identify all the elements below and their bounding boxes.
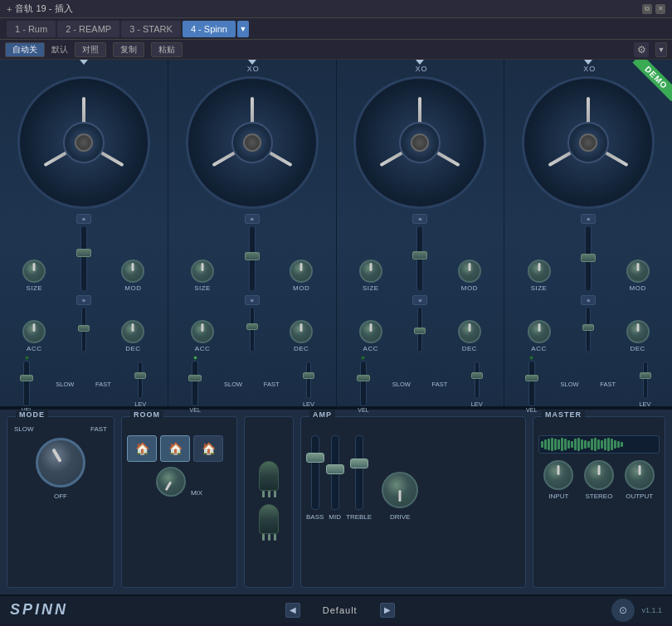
deck4-fader-track[interactable]	[585, 226, 592, 292]
deck1-controls: SIZE ≡ MOD AC	[3, 209, 164, 418]
master-output-group: OUTPUT	[625, 460, 655, 500]
deck1-acc-group: ACC	[22, 320, 46, 352]
deck1-acc-knob[interactable]	[22, 320, 46, 343]
deck3-mod-knob[interactable]	[458, 260, 481, 283]
tab-1-rum[interactable]: 1 - Rum	[7, 21, 56, 37]
deck2-mini-track[interactable]	[250, 307, 255, 352]
master-stereo-knob[interactable]	[584, 460, 614, 490]
settings-dropdown[interactable]: ▼	[655, 42, 667, 57]
deck2-fader-track[interactable]	[249, 226, 256, 292]
deck4-xo: XO	[580, 65, 599, 73]
deck1-reel	[17, 76, 150, 209]
deck4-mini-btn[interactable]: ≡	[581, 295, 596, 305]
amp-treble-fader[interactable]	[355, 435, 363, 510]
deck3-mini-track[interactable]	[417, 307, 422, 352]
mode-knob[interactable]	[36, 438, 85, 488]
master-input-group: INPUT	[543, 460, 573, 500]
auto-off-btn[interactable]: 自动关	[5, 42, 45, 57]
deck3-size-knob[interactable]	[359, 260, 382, 283]
deck1-lev-fader[interactable]	[138, 362, 143, 399]
deck2-vel-led	[193, 356, 197, 360]
deck4-dec-group: DEC	[626, 320, 650, 352]
deck3-fader-thumb[interactable]	[412, 251, 427, 260]
amp-mid-fader[interactable]	[331, 435, 339, 510]
master-output-knob[interactable]	[625, 460, 655, 490]
deck2-size-knob[interactable]	[191, 260, 214, 283]
deck1-mini-thumb[interactable]	[78, 325, 90, 332]
compare-btn[interactable]: 对照	[75, 42, 106, 57]
master-input-knob[interactable]	[543, 460, 573, 490]
deck2-dec-group: DEC	[290, 320, 313, 352]
deck4-mini-thumb[interactable]	[582, 324, 594, 331]
footer-icon[interactable]: ⊙	[611, 599, 635, 622]
deck1-mod-knob[interactable]	[121, 260, 144, 283]
deck2-main-fader: ≡	[245, 214, 260, 292]
deck3-xo: XO	[411, 65, 431, 73]
deck4-fader-btn[interactable]: ≡	[581, 214, 596, 224]
deck3-mini-btn[interactable]: ≡	[412, 295, 427, 305]
deck2-dec-knob[interactable]	[290, 320, 313, 343]
close-btn[interactable]: ✕	[655, 4, 665, 14]
deck2-mini-thumb[interactable]	[246, 323, 258, 330]
deck3-lev-fader[interactable]	[475, 362, 480, 399]
mode-panel: MODE SLOW FAST OFF	[7, 416, 114, 588]
room-icon-3[interactable]: 🏠	[193, 435, 223, 462]
preset-name: Default	[307, 605, 373, 615]
version-text: v1.1.1	[641, 606, 662, 614]
deck3-vel-fader[interactable]	[360, 361, 367, 406]
amp-drive-knob[interactable]	[382, 472, 418, 508]
deck2-controls: SIZE ≡ MOD AC	[172, 209, 333, 418]
deck3-fader-btn[interactable]: ≡	[412, 214, 427, 224]
float-btn[interactable]: ⧉	[642, 4, 652, 14]
deck2-vel-fader[interactable]	[192, 361, 198, 406]
settings-icon[interactable]: ⚙	[634, 42, 649, 57]
deck1-mini-btn[interactable]: ≡	[76, 295, 91, 305]
deck3-dec-knob[interactable]	[458, 320, 481, 343]
tube-icon-1[interactable]	[256, 461, 282, 501]
deck1-fader-track[interactable]	[80, 226, 87, 292]
deck3-acc-knob[interactable]	[359, 320, 382, 343]
deck1-vel-fader[interactable]	[23, 361, 30, 406]
deck4-mini-track[interactable]	[586, 307, 591, 352]
deck2-lev-fader[interactable]	[306, 362, 311, 399]
deck1-fader-btn[interactable]: ≡	[76, 214, 91, 224]
tab-3-stark[interactable]: 3 - STARK	[121, 21, 181, 37]
copy-btn[interactable]: 复制	[113, 42, 144, 57]
decks-section: SIZE ≡ MOD AC	[0, 60, 672, 408]
tab-4-spinn[interactable]: 4 - Spinn	[183, 21, 236, 37]
deck4-mod-knob[interactable]	[626, 260, 650, 283]
tube-icon-2[interactable]	[256, 504, 282, 544]
deck4-acc-knob[interactable]	[528, 320, 551, 343]
deck1-dec-knob[interactable]	[121, 320, 144, 343]
deck2-reel	[186, 76, 319, 209]
deck1-fader-thumb[interactable]	[76, 249, 91, 257]
deck2-mini-btn[interactable]: ≡	[245, 295, 260, 305]
deck1-vel-thumb[interactable]	[20, 375, 33, 381]
tab-2-reamp[interactable]: 2 - REAMP	[57, 21, 119, 37]
deck1-size-knob[interactable]	[22, 260, 46, 283]
amp-bass-fader[interactable]	[311, 435, 319, 510]
deck4-vel-fader[interactable]	[528, 361, 535, 406]
preset-prev-btn[interactable]: ◀	[285, 603, 300, 618]
amp-treble-group: TREBLE	[346, 435, 372, 521]
deck2-acc-knob[interactable]	[191, 320, 214, 343]
room-icon-2[interactable]: 🏠	[160, 435, 190, 462]
deck4-size-group: SIZE	[528, 260, 551, 292]
deck1-mini-track[interactable]	[81, 307, 86, 352]
room-icon-1[interactable]: 🏠	[127, 435, 157, 462]
deck4-size-knob[interactable]	[528, 260, 551, 283]
deck4-lev-fader[interactable]	[643, 362, 648, 399]
deck3-fader-track[interactable]	[416, 226, 423, 292]
deck4-fader-thumb[interactable]	[581, 254, 596, 262]
deck2-mod-knob[interactable]	[290, 260, 313, 283]
deck3-mini-thumb[interactable]	[414, 328, 426, 334]
preset-next-btn[interactable]: ▶	[380, 603, 395, 618]
paste-btn[interactable]: 粘贴	[151, 42, 183, 57]
deck2-fader-thumb[interactable]	[245, 252, 260, 260]
deck4-dec-knob[interactable]	[626, 320, 650, 343]
deck-1: SIZE ≡ MOD AC	[0, 60, 168, 406]
add-tab-btn[interactable]: +	[7, 4, 12, 14]
room-mix-knob[interactable]	[156, 467, 186, 497]
deck2-fader-btn[interactable]: ≡	[245, 214, 260, 224]
tab-dropdown-arrow[interactable]: ▼	[237, 21, 249, 37]
